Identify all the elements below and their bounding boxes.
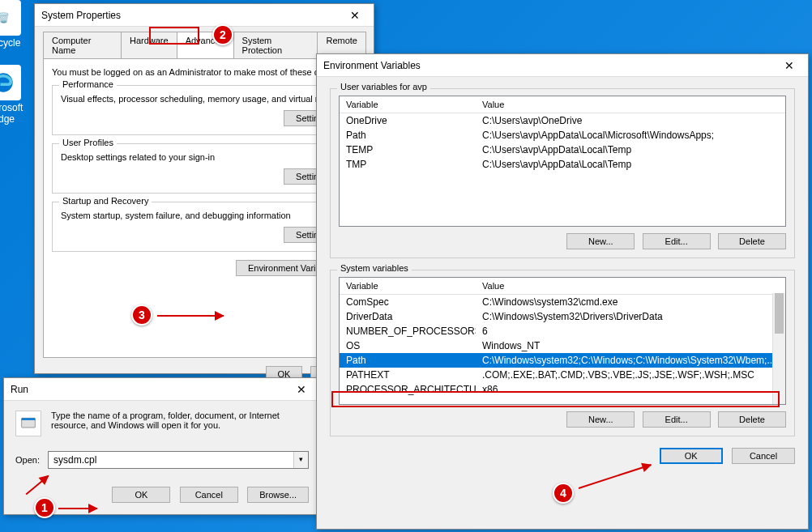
user-vars-title: User variables for avp	[337, 82, 430, 92]
user-vars-group: User variables for avp Variable Value On…	[330, 88, 795, 258]
user-new-button[interactable]: New...	[566, 233, 635, 249]
admin-note: You must be logged on as an Administrato…	[52, 67, 357, 77]
desktop-icon-recycle[interactable]: 🗑️ Recycle	[0, 0, 31, 49]
sys-vars-title: System variables	[337, 263, 412, 273]
callout-1: 1	[34, 497, 55, 518]
sys-edit-button[interactable]: Edit...	[643, 411, 711, 428]
startup-desc: System startup, system failure, and debu…	[61, 211, 348, 220]
table-row[interactable]: PathC:\Users\avp\AppData\Local\Microsoft…	[340, 128, 785, 143]
sysprops-title: System Properties	[41, 10, 343, 21]
run-dialog: Run ✕ Type the name of a program, folder…	[3, 377, 321, 515]
scrollbar[interactable]	[772, 293, 785, 404]
tab-computer-name[interactable]: Computer Name	[43, 32, 122, 58]
close-icon[interactable]: ✕	[289, 383, 314, 396]
tab-hardware[interactable]: Hardware	[121, 32, 177, 58]
run-ok-button[interactable]: OK	[112, 487, 170, 503]
sys-vars-group: System variables Variable Value ComSpecC…	[330, 270, 795, 436]
table-row[interactable]: NUMBER_OF_PROCESSORS6	[340, 324, 785, 338]
close-icon[interactable]: ✕	[777, 59, 801, 72]
recycle-label: Recycle	[0, 37, 20, 49]
col-value[interactable]: Value	[476, 278, 511, 294]
env-title: Environment Variables	[323, 60, 777, 71]
perf-title: Performance	[59, 79, 117, 89]
col-variable[interactable]: Variable	[340, 96, 476, 113]
run-icon	[15, 411, 41, 436]
svg-rect-2	[22, 418, 36, 420]
sys-new-button[interactable]: New...	[566, 411, 635, 428]
env-variables-window: Environment Variables ✕ User variables f…	[316, 53, 809, 530]
table-row[interactable]: ComSpecC:\Windows\system32\cmd.exe	[340, 295, 785, 309]
desktop-icon-edge[interactable]: Microsoft Edge	[0, 65, 31, 125]
table-row[interactable]: PROCESSOR_ARCHITECTUREx86	[340, 382, 785, 397]
table-row[interactable]: PATHEXT.COM;.EXE;.BAT;.CMD;.VBS;.VBE;.JS…	[340, 368, 785, 382]
sys-var-list[interactable]: Variable Value ComSpecC:\Windows\system3…	[339, 277, 786, 405]
sysprops-titlebar[interactable]: System Properties ✕	[35, 4, 374, 27]
col-variable[interactable]: Variable	[340, 278, 476, 294]
profiles-desc: Desktop settings related to your sign-in	[61, 152, 348, 162]
profiles-title: User Profiles	[59, 138, 117, 147]
run-cancel-button[interactable]: Cancel	[180, 487, 238, 503]
env-ok-button[interactable]: OK	[660, 448, 723, 464]
callout-2: 2	[212, 24, 233, 45]
table-row[interactable]: OSWindows_NT	[340, 338, 785, 353]
env-titlebar[interactable]: Environment Variables ✕	[317, 54, 808, 77]
user-edit-button[interactable]: Edit...	[643, 233, 711, 249]
table-row[interactable]: TEMPC:\Users\avp\AppData\Local\Temp	[340, 143, 785, 157]
recycle-bin-icon: 🗑️	[0, 0, 21, 36]
startup-title: Startup and Recovery	[59, 196, 152, 206]
callout-4: 4	[553, 483, 574, 504]
close-icon[interactable]: ✕	[343, 9, 367, 22]
table-row[interactable]: OneDriveC:\Users\avp\OneDrive	[340, 113, 785, 128]
callout-3: 3	[131, 304, 152, 326]
env-cancel-button[interactable]: Cancel	[732, 448, 795, 464]
table-row[interactable]: TMPC:\Users\avp\AppData\Local\Temp	[340, 157, 785, 172]
user-delete-button[interactable]: Delete	[718, 233, 786, 249]
sys-delete-button[interactable]: Delete	[718, 411, 786, 428]
startup-group: Startup and Recovery System startup, sys…	[52, 202, 357, 252]
open-label: Open:	[15, 455, 40, 465]
run-title: Run	[11, 384, 289, 395]
perf-desc: Visual effects, processor scheduling, me…	[61, 94, 348, 104]
tab-protection[interactable]: System Protection	[233, 32, 318, 58]
run-titlebar[interactable]: Run ✕	[4, 378, 320, 401]
profiles-group: User Profiles Desktop settings related t…	[52, 143, 357, 194]
user-var-list[interactable]: Variable Value OneDriveC:\Users\avp\OneD…	[339, 96, 786, 227]
chevron-down-icon[interactable]: ▾	[293, 452, 308, 468]
col-value[interactable]: Value	[476, 96, 511, 113]
edge-label: Microsoft Edge	[0, 102, 23, 125]
table-row[interactable]: PathC:\Windows\system32;C:\Windows;C:\Wi…	[340, 353, 785, 368]
open-input[interactable]	[49, 452, 293, 468]
edge-icon	[0, 65, 21, 100]
performance-group: Performance Visual effects, processor sc…	[52, 85, 357, 135]
run-browse-button[interactable]: Browse...	[247, 487, 309, 503]
open-combo[interactable]: ▾	[48, 451, 309, 469]
arrow-1	[58, 508, 97, 509]
run-desc: Type the name of a program, folder, docu…	[51, 411, 309, 436]
arrow-3	[157, 315, 224, 317]
table-row[interactable]: DriverDataC:\Windows\System32\Drivers\Dr…	[340, 309, 785, 324]
